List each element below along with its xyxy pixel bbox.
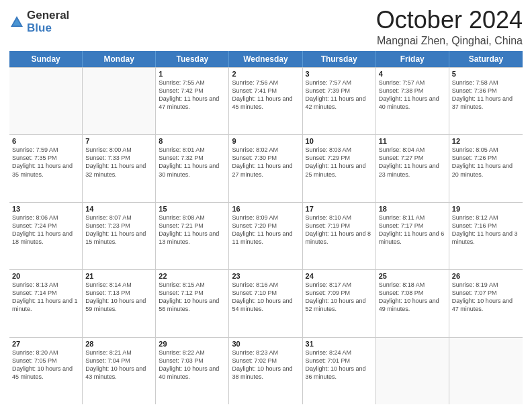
day-number: 12: [452, 137, 520, 145]
day-info: Sunrise: 8:15 AM Sunset: 7:12 PM Dayligh…: [159, 281, 226, 314]
calendar-day-18: 18Sunrise: 8:11 AM Sunset: 7:17 PM Dayli…: [376, 203, 449, 269]
calendar-day-17: 17Sunrise: 8:10 AM Sunset: 7:19 PM Dayli…: [303, 203, 376, 269]
day-number: 4: [379, 70, 446, 78]
day-number: 1: [159, 70, 226, 78]
calendar-day-26: 26Sunrise: 8:19 AM Sunset: 7:07 PM Dayli…: [449, 270, 523, 336]
day-info: Sunrise: 8:06 AM Sunset: 7:24 PM Dayligh…: [12, 214, 79, 246]
day-info: Sunrise: 8:24 AM Sunset: 7:01 PM Dayligh…: [306, 349, 373, 381]
day-number: 16: [232, 205, 299, 213]
day-number: 20: [12, 272, 79, 280]
calendar-week-2: 6Sunrise: 7:59 AM Sunset: 7:35 PM Daylig…: [9, 135, 523, 202]
header-day-monday: Monday: [83, 51, 156, 67]
calendar-day-22: 22Sunrise: 8:15 AM Sunset: 7:12 PM Dayli…: [156, 270, 229, 336]
page: General Blue October 2024 Mangnai Zhen, …: [0, 0, 532, 411]
day-info: Sunrise: 7:59 AM Sunset: 7:35 PM Dayligh…: [12, 146, 79, 179]
day-number: 22: [159, 272, 226, 280]
calendar-week-5: 27Sunrise: 8:20 AM Sunset: 7:05 PM Dayli…: [9, 338, 523, 404]
calendar-day-29: 29Sunrise: 8:22 AM Sunset: 7:03 PM Dayli…: [156, 338, 229, 404]
calendar-empty: [9, 68, 83, 134]
day-number: 25: [379, 272, 446, 280]
calendar-day-10: 10Sunrise: 8:03 AM Sunset: 7:29 PM Dayli…: [303, 135, 376, 201]
day-info: Sunrise: 8:19 AM Sunset: 7:07 PM Dayligh…: [452, 281, 520, 314]
day-info: Sunrise: 8:09 AM Sunset: 7:20 PM Dayligh…: [232, 214, 299, 246]
calendar-day-4: 4Sunrise: 7:57 AM Sunset: 7:38 PM Daylig…: [376, 68, 449, 134]
logo-blue: Blue: [27, 22, 69, 35]
day-info: Sunrise: 8:13 AM Sunset: 7:14 PM Dayligh…: [12, 281, 79, 314]
day-info: Sunrise: 8:01 AM Sunset: 7:32 PM Dayligh…: [159, 146, 226, 179]
day-number: 8: [159, 137, 226, 145]
day-number: 29: [159, 340, 226, 348]
day-number: 7: [85, 137, 152, 145]
day-info: Sunrise: 8:00 AM Sunset: 7:33 PM Dayligh…: [85, 146, 152, 179]
day-number: 5: [452, 70, 520, 78]
day-number: 17: [306, 205, 373, 213]
calendar-body: 1Sunrise: 7:55 AM Sunset: 7:42 PM Daylig…: [9, 67, 523, 404]
title-block: October 2024 Mangnai Zhen, Qinghai, Chin…: [376, 7, 523, 47]
calendar-day-1: 1Sunrise: 7:55 AM Sunset: 7:42 PM Daylig…: [156, 68, 229, 134]
calendar-day-13: 13Sunrise: 8:06 AM Sunset: 7:24 PM Dayli…: [9, 203, 83, 269]
day-info: Sunrise: 8:03 AM Sunset: 7:29 PM Dayligh…: [306, 146, 373, 179]
calendar-week-4: 20Sunrise: 8:13 AM Sunset: 7:14 PM Dayli…: [9, 270, 523, 337]
calendar-day-23: 23Sunrise: 8:16 AM Sunset: 7:10 PM Dayli…: [229, 270, 302, 336]
day-info: Sunrise: 8:20 AM Sunset: 7:05 PM Dayligh…: [12, 349, 79, 381]
day-info: Sunrise: 8:11 AM Sunset: 7:17 PM Dayligh…: [379, 214, 446, 246]
calendar-day-31: 31Sunrise: 8:24 AM Sunset: 7:01 PM Dayli…: [303, 338, 376, 404]
header-day-thursday: Thursday: [303, 51, 376, 67]
calendar-day-16: 16Sunrise: 8:09 AM Sunset: 7:20 PM Dayli…: [229, 203, 302, 269]
day-info: Sunrise: 7:58 AM Sunset: 7:36 PM Dayligh…: [452, 79, 520, 111]
calendar-empty: [83, 68, 156, 134]
calendar-day-6: 6Sunrise: 7:59 AM Sunset: 7:35 PM Daylig…: [9, 135, 83, 201]
day-info: Sunrise: 8:04 AM Sunset: 7:27 PM Dayligh…: [379, 146, 446, 179]
main-title: October 2024: [376, 7, 523, 34]
day-info: Sunrise: 7:56 AM Sunset: 7:41 PM Dayligh…: [232, 79, 299, 111]
day-info: Sunrise: 7:57 AM Sunset: 7:39 PM Dayligh…: [306, 79, 373, 111]
day-number: 26: [452, 272, 520, 280]
day-number: 30: [232, 340, 299, 348]
day-info: Sunrise: 8:23 AM Sunset: 7:02 PM Dayligh…: [232, 349, 299, 381]
day-info: Sunrise: 7:55 AM Sunset: 7:42 PM Dayligh…: [159, 79, 226, 111]
header: General Blue October 2024 Mangnai Zhen, …: [9, 7, 523, 47]
calendar-day-11: 11Sunrise: 8:04 AM Sunset: 7:27 PM Dayli…: [376, 135, 449, 201]
day-number: 18: [379, 205, 446, 213]
day-info: Sunrise: 7:57 AM Sunset: 7:38 PM Dayligh…: [379, 79, 446, 111]
logo-general: General: [27, 9, 69, 22]
day-number: 28: [85, 340, 152, 348]
day-number: 27: [12, 340, 79, 348]
calendar-day-8: 8Sunrise: 8:01 AM Sunset: 7:32 PM Daylig…: [156, 135, 229, 201]
day-info: Sunrise: 8:17 AM Sunset: 7:09 PM Dayligh…: [306, 281, 373, 314]
calendar-empty: [376, 338, 449, 404]
calendar-day-9: 9Sunrise: 8:02 AM Sunset: 7:30 PM Daylig…: [229, 135, 302, 201]
calendar-day-14: 14Sunrise: 8:07 AM Sunset: 7:23 PM Dayli…: [83, 203, 156, 269]
calendar-day-12: 12Sunrise: 8:05 AM Sunset: 7:26 PM Dayli…: [449, 135, 523, 201]
calendar-day-30: 30Sunrise: 8:23 AM Sunset: 7:02 PM Dayli…: [229, 338, 302, 404]
header-day-saturday: Saturday: [449, 51, 523, 67]
logo-icon: [9, 15, 24, 30]
logo: General Blue: [9, 9, 69, 34]
calendar-header: SundayMondayTuesdayWednesdayThursdayFrid…: [9, 51, 523, 67]
day-number: 9: [232, 137, 299, 145]
day-info: Sunrise: 8:10 AM Sunset: 7:19 PM Dayligh…: [306, 214, 373, 246]
day-info: Sunrise: 8:12 AM Sunset: 7:16 PM Dayligh…: [452, 214, 520, 246]
day-number: 13: [12, 205, 79, 213]
calendar-day-7: 7Sunrise: 8:00 AM Sunset: 7:33 PM Daylig…: [83, 135, 156, 201]
day-info: Sunrise: 8:21 AM Sunset: 7:04 PM Dayligh…: [85, 349, 152, 381]
header-day-friday: Friday: [376, 51, 449, 67]
calendar-day-25: 25Sunrise: 8:18 AM Sunset: 7:08 PM Dayli…: [376, 270, 449, 336]
day-number: 31: [306, 340, 373, 348]
calendar-week-3: 13Sunrise: 8:06 AM Sunset: 7:24 PM Dayli…: [9, 203, 523, 270]
calendar-day-19: 19Sunrise: 8:12 AM Sunset: 7:16 PM Dayli…: [449, 203, 523, 269]
day-number: 24: [306, 272, 373, 280]
day-info: Sunrise: 8:02 AM Sunset: 7:30 PM Dayligh…: [232, 146, 299, 179]
calendar-day-3: 3Sunrise: 7:57 AM Sunset: 7:39 PM Daylig…: [303, 68, 376, 134]
day-number: 15: [159, 205, 226, 213]
calendar-day-2: 2Sunrise: 7:56 AM Sunset: 7:41 PM Daylig…: [229, 68, 302, 134]
calendar-day-24: 24Sunrise: 8:17 AM Sunset: 7:09 PM Dayli…: [303, 270, 376, 336]
calendar-day-5: 5Sunrise: 7:58 AM Sunset: 7:36 PM Daylig…: [449, 68, 523, 134]
day-info: Sunrise: 8:18 AM Sunset: 7:08 PM Dayligh…: [379, 281, 446, 314]
day-number: 3: [306, 70, 373, 78]
calendar-week-1: 1Sunrise: 7:55 AM Sunset: 7:42 PM Daylig…: [9, 68, 523, 135]
calendar-day-28: 28Sunrise: 8:21 AM Sunset: 7:04 PM Dayli…: [83, 338, 156, 404]
day-info: Sunrise: 8:14 AM Sunset: 7:13 PM Dayligh…: [85, 281, 152, 314]
day-info: Sunrise: 8:05 AM Sunset: 7:26 PM Dayligh…: [452, 146, 520, 179]
day-info: Sunrise: 8:08 AM Sunset: 7:21 PM Dayligh…: [159, 214, 226, 246]
